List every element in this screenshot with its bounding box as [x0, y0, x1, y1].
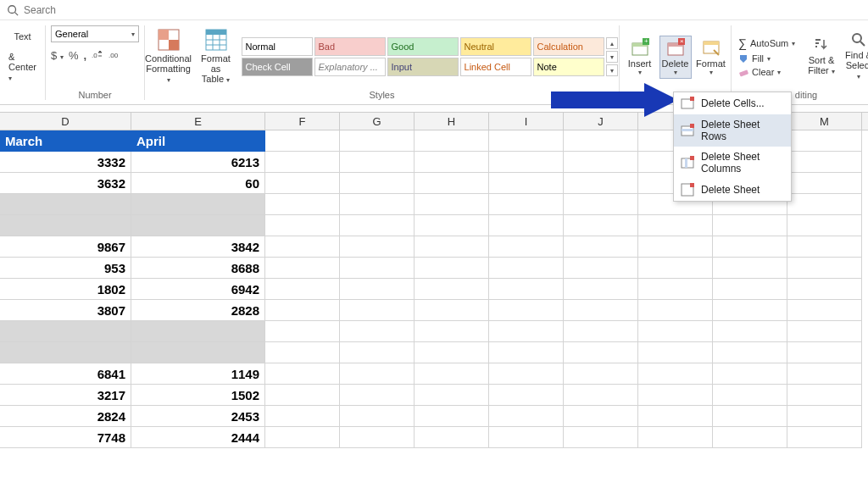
cell-empty[interactable] — [340, 342, 415, 363]
cell-empty[interactable] — [564, 300, 638, 321]
cell-empty[interactable] — [340, 279, 415, 300]
cell-empty[interactable] — [340, 385, 415, 406]
col-header-D[interactable]: D — [0, 113, 131, 130]
cell-empty[interactable] — [340, 258, 415, 279]
cell-empty[interactable] — [564, 321, 638, 342]
cell-value[interactable]: 8688 — [131, 258, 265, 279]
cell-empty[interactable] — [265, 215, 340, 236]
cell-empty[interactable] — [489, 152, 564, 173]
cell-styles-gallery[interactable]: NormalBadGoodNeutralCalculationCheck Cel… — [242, 37, 604, 76]
cell-empty[interactable] — [415, 342, 489, 363]
merge-center-button[interactable]: & Center ▾ — [5, 50, 40, 84]
delete-button[interactable]: × Delete ▾ — [659, 36, 692, 79]
cell-value[interactable]: 3842 — [131, 236, 265, 258]
gallery-up-button[interactable]: ▴ — [606, 37, 618, 49]
col-header-G[interactable]: G — [340, 113, 415, 130]
cell-value[interactable]: 3807 — [0, 300, 131, 321]
cell-empty[interactable] — [265, 427, 340, 448]
cell-empty[interactable] — [787, 363, 862, 385]
cell-value[interactable]: 2453 — [131, 406, 265, 427]
cell-empty[interactable] — [340, 300, 415, 321]
cell-empty[interactable] — [564, 427, 638, 448]
cell-value[interactable]: 60 — [131, 173, 265, 194]
cell-empty[interactable] — [415, 406, 489, 427]
delete-sheet-rows-menuitem[interactable]: Delete Sheet Rows — [674, 114, 791, 147]
cell-value[interactable]: 6942 — [131, 279, 265, 300]
col-header-F[interactable]: F — [265, 113, 340, 130]
cell-empty[interactable] — [787, 236, 862, 258]
cell-empty[interactable] — [265, 152, 340, 173]
cell-blank-selected[interactable] — [0, 342, 131, 363]
cell-empty[interactable] — [415, 279, 489, 300]
cell-style-note[interactable]: Note — [533, 58, 604, 76]
cell-empty[interactable] — [489, 427, 564, 448]
cell-empty[interactable] — [638, 385, 713, 406]
cell-blank-selected[interactable] — [131, 194, 265, 215]
cell-empty[interactable] — [564, 406, 638, 427]
cell-value[interactable]: 6213 — [131, 152, 265, 173]
cell-empty[interactable] — [787, 258, 862, 279]
cell-empty[interactable] — [787, 173, 862, 194]
cell-empty[interactable] — [713, 321, 787, 342]
cell-empty[interactable] — [564, 130, 638, 152]
col-header-M[interactable]: M — [787, 113, 862, 130]
cell-empty[interactable] — [415, 427, 489, 448]
cell-empty[interactable] — [489, 363, 564, 385]
cell-value[interactable]: 1802 — [0, 279, 131, 300]
cell-empty[interactable] — [265, 300, 340, 321]
cell-empty[interactable] — [265, 258, 340, 279]
cell-empty[interactable] — [713, 279, 787, 300]
cell-empty[interactable] — [489, 258, 564, 279]
cell-style-neutral[interactable]: Neutral — [460, 37, 531, 56]
cell-empty[interactable] — [415, 300, 489, 321]
cell-empty[interactable] — [638, 300, 713, 321]
find-select-button[interactable]: Find & Select ▾ — [842, 30, 868, 84]
cell-empty[interactable] — [340, 321, 415, 342]
cell-empty[interactable] — [265, 173, 340, 194]
cell-empty[interactable] — [564, 236, 638, 258]
cell-empty[interactable] — [564, 173, 638, 194]
cell-empty[interactable] — [265, 194, 340, 215]
cell-empty[interactable] — [713, 300, 787, 321]
cell-empty[interactable] — [638, 321, 713, 342]
cell-value[interactable]: 3632 — [0, 173, 131, 194]
cell-style-good[interactable]: Good — [387, 37, 459, 56]
cell-empty[interactable] — [787, 300, 862, 321]
cell-empty[interactable] — [713, 406, 787, 427]
header-cell-april[interactable]: April — [131, 130, 265, 152]
cell-empty[interactable] — [564, 342, 638, 363]
decrease-decimal-button[interactable]: .00 — [108, 51, 120, 61]
cell-blank-selected[interactable] — [131, 215, 265, 236]
cell-style-normal[interactable]: Normal — [242, 37, 313, 56]
cell-empty[interactable] — [415, 152, 489, 173]
cell-style-linked-cell[interactable]: Linked Cell — [460, 58, 531, 76]
increase-decimal-button[interactable]: .0 — [92, 51, 103, 61]
autosum-button[interactable]: ∑AutoSum ▾ — [737, 36, 801, 51]
cell-empty[interactable] — [340, 173, 415, 194]
cell-empty[interactable] — [638, 279, 713, 300]
cell-empty[interactable] — [489, 130, 564, 152]
cell-empty[interactable] — [564, 194, 638, 215]
cell-empty[interactable] — [415, 258, 489, 279]
cell-empty[interactable] — [787, 152, 862, 173]
cell-blank-selected[interactable] — [0, 321, 131, 342]
cell-empty[interactable] — [265, 363, 340, 385]
cell-empty[interactable] — [787, 130, 862, 152]
cell-value[interactable]: 1502 — [131, 385, 265, 406]
cell-value[interactable]: 6841 — [0, 363, 131, 385]
cell-value[interactable]: 2828 — [131, 300, 265, 321]
cell-empty[interactable] — [713, 215, 787, 236]
cell-value[interactable]: 3332 — [0, 152, 131, 173]
cell-empty[interactable] — [638, 258, 713, 279]
cell-blank-selected[interactable] — [0, 194, 131, 215]
cell-value[interactable]: 3217 — [0, 385, 131, 406]
cell-empty[interactable] — [564, 152, 638, 173]
cell-empty[interactable] — [340, 194, 415, 215]
wrap-text-button[interactable]: Text — [10, 30, 34, 43]
clear-button[interactable]: Clear ▾ — [737, 66, 801, 78]
gallery-down-button[interactable]: ▾ — [606, 51, 618, 63]
fill-button[interactable]: Fill ▾ — [737, 53, 801, 64]
cell-value[interactable]: 2824 — [0, 406, 131, 427]
cell-empty[interactable] — [415, 363, 489, 385]
cell-blank-selected[interactable] — [0, 215, 131, 236]
